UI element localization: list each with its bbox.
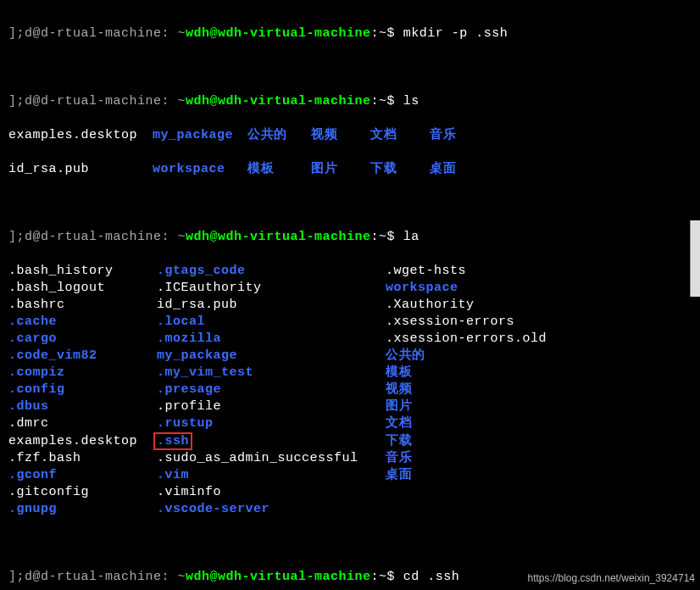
la-row: .gnupg.vscode-server	[8, 501, 697, 518]
ls-row: id_rsa.pubworkspace模板图片下载桌面	[8, 161, 697, 178]
la-row: .bash_logout.ICEauthorityworkspace	[8, 280, 697, 297]
la-row: .dmrc.rustup文档	[8, 415, 697, 432]
la-row: examples.desktop.ssh下载	[8, 432, 697, 450]
la-row: .gitconfig.viminfo	[8, 484, 697, 501]
la-row: .code_vim82my_package公共的	[8, 348, 697, 365]
ssh-dir-highlight: .ssh	[153, 432, 192, 450]
la-row: .config.presage视频	[8, 381, 697, 398]
la-row: .bashrcid_rsa.pub.Xauthority	[8, 297, 697, 314]
la-row: .dbus.profile图片	[8, 398, 697, 415]
la-row: .bash_history.gtags_code.wget-hsts	[8, 263, 697, 280]
la-row: .fzf.bash.sudo_as_admin_successful音乐	[8, 450, 697, 467]
la-row: .cache.local.xsession-errors	[8, 314, 697, 331]
la-row: .compiz.my_vim_test模板	[8, 365, 697, 381]
scrollbar[interactable]	[690, 220, 700, 297]
watermark-text: https://blog.csdn.net/weixin_3924714	[528, 570, 695, 587]
prompt-line: ];d@d-rtual-machine: ~wdh@wdh-virtual-ma…	[8, 229, 697, 246]
la-row: .cargo.mozilla.xsession-errors.old	[8, 331, 697, 348]
prompt-line: ];d@d-rtual-machine: ~wdh@wdh-virtual-ma…	[8, 25, 697, 42]
terminal-output[interactable]: ];d@d-rtual-machine: ~wdh@wdh-virtual-ma…	[0, 0, 700, 590]
ls-row: examples.desktopmy_package公共的视频文档音乐	[8, 127, 697, 144]
prompt-line: ];d@d-rtual-machine: ~wdh@wdh-virtual-ma…	[8, 93, 697, 110]
la-row: .gconf.vim桌面	[8, 467, 697, 484]
